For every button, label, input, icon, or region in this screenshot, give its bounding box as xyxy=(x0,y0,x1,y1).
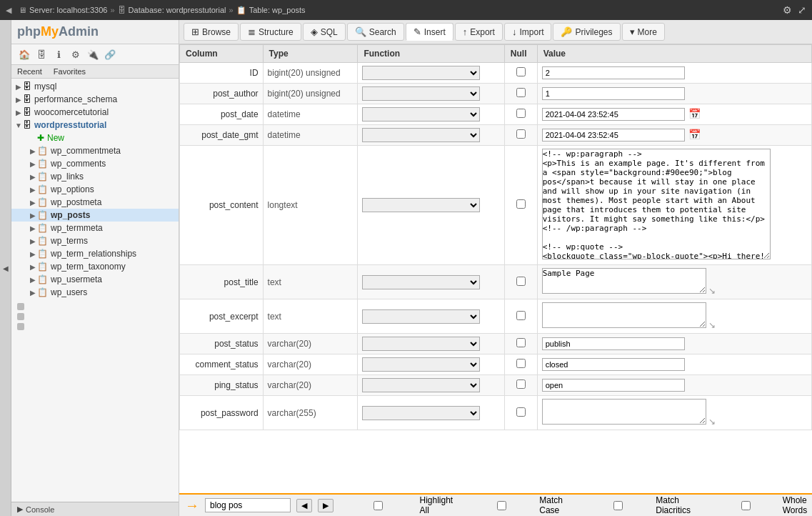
null-check-id[interactable] xyxy=(516,67,526,76)
match-diacritics-checkbox[interactable] xyxy=(583,501,653,510)
function-select-comment-status[interactable] xyxy=(362,357,480,372)
toolbar: ⊞ Browse ≣ Structure ◈ SQL 🔍 Search ✎ In… xyxy=(179,20,812,44)
value-input-post-date[interactable] xyxy=(542,108,685,121)
recent-tab[interactable]: Recent xyxy=(11,65,48,78)
settings-icon[interactable]: ⚙ xyxy=(783,4,792,16)
whole-words-checkbox[interactable] xyxy=(711,501,781,510)
info-icon[interactable]: ℹ xyxy=(51,47,66,61)
fullscreen-icon[interactable]: ⤢ xyxy=(798,4,806,16)
db-item-mysql[interactable]: ▶ 🗄 mysql xyxy=(11,80,179,93)
col-function-post-title xyxy=(358,265,504,299)
function-select-ping-status[interactable] xyxy=(362,378,480,392)
table-row: post_date_gmt datetime 📅 xyxy=(180,125,812,146)
import-button[interactable]: ↓ Import xyxy=(504,23,552,41)
favorites-tab[interactable]: Favorites xyxy=(48,65,91,78)
db-item-woo[interactable]: ▶ 🗄 woocomercetutorial xyxy=(11,106,179,119)
more-button[interactable]: ▾ More xyxy=(622,23,665,41)
db-item-wp-links[interactable]: ▶ 📋 wp_links xyxy=(11,170,179,183)
null-check-post-password[interactable] xyxy=(516,407,526,417)
db-item-wp-term-rel[interactable]: ▶ 📋 wp_term_relationships xyxy=(11,247,179,260)
db-item-wp-options[interactable]: ▶ 📋 wp_options xyxy=(11,183,179,196)
col-header-function: Function xyxy=(358,45,504,63)
match-case-label[interactable]: Match Case xyxy=(466,495,578,515)
null-check-ping-status[interactable] xyxy=(516,379,526,389)
value-textarea-post-excerpt[interactable] xyxy=(542,302,706,328)
function-select-post-excerpt[interactable] xyxy=(362,309,480,324)
db-item-new[interactable]: ✚ New xyxy=(11,132,179,144)
gear-icon[interactable]: ⚙ xyxy=(69,47,83,61)
match-diacritics-label[interactable]: Match Diacritics xyxy=(583,495,706,515)
find-next-button[interactable]: ▶ xyxy=(318,499,334,512)
null-check-comment-status[interactable] xyxy=(516,359,526,368)
database-link[interactable]: Database: wordpresstutorial xyxy=(129,6,226,14)
null-check-post-date[interactable] xyxy=(516,109,526,118)
value-input-ping-status[interactable] xyxy=(542,379,685,392)
function-select-post-password[interactable] xyxy=(362,406,480,420)
whole-words-label[interactable]: Whole Words xyxy=(711,495,812,515)
highlight-all-checkbox[interactable] xyxy=(339,501,417,510)
insert-button[interactable]: ✎ Insert xyxy=(406,23,453,41)
null-check-post-content[interactable] xyxy=(516,199,526,209)
find-input[interactable] xyxy=(205,498,291,512)
find-prev-button[interactable]: ◀ xyxy=(296,499,312,512)
recent-favorites-tabs: Recent Favorites xyxy=(11,65,179,79)
db-item-wp-termmeta[interactable]: ▶ 📋 wp_termmeta xyxy=(11,222,179,234)
col-type-post-date: datetime xyxy=(263,104,358,125)
col-value-post-status xyxy=(537,334,811,354)
search-button[interactable]: 🔍 Search xyxy=(347,23,404,41)
function-select-post-date[interactable] xyxy=(362,107,480,121)
sidebar-collapse-btn[interactable]: ◀ xyxy=(0,20,11,516)
privileges-button[interactable]: 🔑 Privileges xyxy=(553,23,620,41)
highlight-all-label[interactable]: Highlight All xyxy=(339,495,461,515)
find-bar: → ◀ ▶ Highlight All Match Case Match Dia… xyxy=(179,493,812,516)
db-item-wp-postmeta[interactable]: ▶ 📋 wp_postmeta xyxy=(11,196,179,209)
db-item-wp-posts[interactable]: ▶ 📋 wp_posts xyxy=(11,209,179,222)
db-item-performance-schema[interactable]: ▶ 🗄 performance_schema xyxy=(11,93,179,106)
table-link[interactable]: Table: wp_posts xyxy=(249,6,306,14)
db-name-wpcm: wp_commentmeta xyxy=(51,146,121,156)
match-case-checkbox[interactable] xyxy=(466,501,538,510)
db-icon-wp: 🗄 xyxy=(23,120,31,130)
db-item-wordpress[interactable]: ▼ 🗄 wordpresstutorial xyxy=(11,119,179,132)
db-item-wp-comments[interactable]: ▶ 📋 wp_comments xyxy=(11,157,179,170)
calendar-icon-post-date[interactable]: 📅 xyxy=(688,108,701,119)
console-bar[interactable]: ▶ Console xyxy=(11,502,179,516)
value-input-post-date-gmt[interactable] xyxy=(542,129,685,142)
sql-button[interactable]: ◈ SQL xyxy=(303,23,346,41)
value-textarea-post-content[interactable]: <!-- wp:paragraph --> <p>This is an exam… xyxy=(542,149,771,259)
calendar-icon-post-date-gmt[interactable]: 📅 xyxy=(688,129,701,140)
db-item-wp-terms[interactable]: ▶ 📋 wp_terms xyxy=(11,234,179,247)
link-icon[interactable]: 🔗 xyxy=(103,47,117,61)
value-textarea-post-password[interactable] xyxy=(542,399,706,425)
null-check-post-date-gmt[interactable] xyxy=(516,129,526,139)
value-input-post-author[interactable] xyxy=(542,87,685,100)
db-item-wp-commentmeta[interactable]: ▶ 📋 wp_commentmeta xyxy=(11,144,179,157)
value-input-id[interactable] xyxy=(542,66,685,79)
value-input-comment-status[interactable] xyxy=(542,358,685,371)
null-check-post-author[interactable] xyxy=(516,88,526,97)
function-select-post-content[interactable] xyxy=(362,198,480,212)
match-diacritics-text: Match Diacritics xyxy=(656,495,706,515)
expander-perf: ▶ xyxy=(14,96,23,104)
function-select-post-author[interactable] xyxy=(362,86,480,101)
browse-button[interactable]: ⊞ Browse xyxy=(184,23,239,41)
null-check-post-status[interactable] xyxy=(516,338,526,347)
db-icon-btn[interactable]: 🗄 xyxy=(34,47,49,61)
null-check-post-title[interactable] xyxy=(516,277,526,286)
function-select-post-date-gmt[interactable] xyxy=(362,128,480,142)
db-item-wp-term-tax[interactable]: ▶ 📋 wp_term_taxonomy xyxy=(11,260,179,273)
function-select-id[interactable] xyxy=(362,66,480,80)
home-icon[interactable]: 🏠 xyxy=(17,47,31,61)
function-select-post-title[interactable] xyxy=(362,275,480,289)
collapse-btn[interactable]: ◀ xyxy=(6,6,11,15)
structure-button[interactable]: ≣ Structure xyxy=(240,23,301,41)
server-link[interactable]: Server: localhost:3306 xyxy=(29,6,107,14)
null-check-post-excerpt[interactable] xyxy=(516,311,526,320)
db-item-wp-users[interactable]: ▶ 📋 wp_users xyxy=(11,286,179,299)
function-select-post-status[interactable] xyxy=(362,337,480,351)
value-textarea-post-title[interactable]: Sample Page xyxy=(542,268,706,294)
db-item-wp-usermeta[interactable]: ▶ 📋 wp_usermeta xyxy=(11,273,179,286)
value-input-post-status[interactable] xyxy=(542,337,685,350)
export-button[interactable]: ↑ Export xyxy=(455,23,503,41)
plugin-icon[interactable]: 🔌 xyxy=(86,47,100,61)
